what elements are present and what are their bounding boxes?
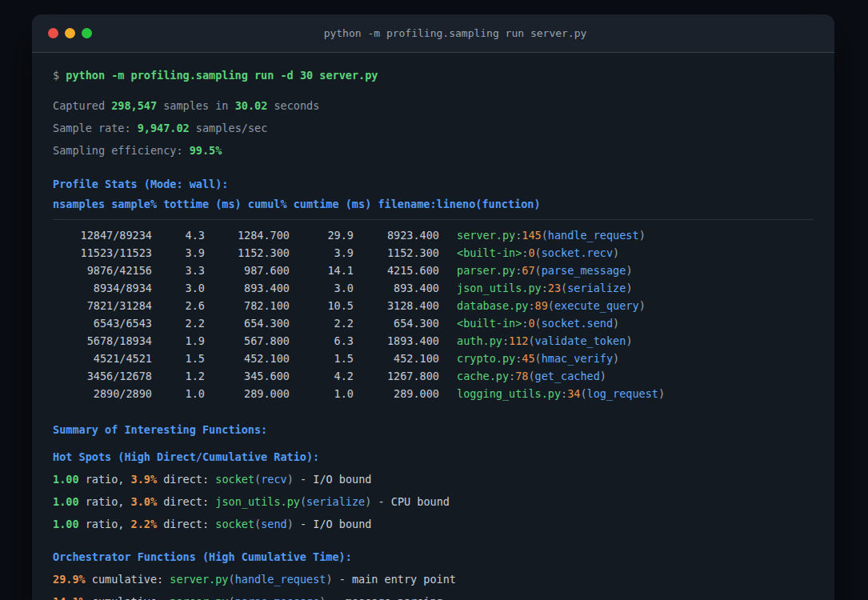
- hot-spot-line: 1.00 ratio, 3.9% direct: socket(recv) - …: [53, 468, 814, 490]
- cumul-pct-cell: 6.3: [290, 332, 354, 350]
- tottime-cell: 654.300: [205, 314, 290, 332]
- ratio-value: 1.00: [53, 473, 79, 486]
- sample-rate-line: Sample rate: 9,947.02 samples/sec: [53, 117, 814, 139]
- function-reference: database.py:89(execute_query): [457, 299, 646, 312]
- close-paren: ): [319, 595, 326, 600]
- close-paren: ): [365, 495, 371, 508]
- function-reference: json_utils.py:23(serialize): [457, 282, 633, 294]
- summary-heading: Summary of Interesting Functions:: [53, 418, 814, 441]
- close-paren: ): [613, 352, 619, 365]
- hot-spot-line: 1.00 ratio, 3.0% direct: json_utils.py(s…: [53, 490, 814, 513]
- open-paren: (: [528, 370, 534, 382]
- orchestrators-list: 29.9% cumulative: server.py(handle_reque…: [53, 568, 814, 600]
- open-paren: (: [542, 229, 548, 242]
- function-name: recv: [261, 473, 287, 486]
- direct-label: direct:: [163, 495, 209, 508]
- cumtime-cell: 452.100: [354, 350, 439, 367]
- function-name: handle_request: [548, 229, 639, 242]
- orchestrator-line: 29.9% cumulative: server.py(handle_reque…: [53, 568, 814, 590]
- function-name: get_cached: [535, 370, 600, 382]
- open-paren: (: [535, 264, 542, 277]
- open-paren: (: [535, 246, 542, 259]
- ratio-label: ratio,: [86, 495, 125, 508]
- line-number: 89: [535, 299, 548, 312]
- tottime-cell: 345.600: [205, 367, 290, 385]
- open-paren: (: [535, 317, 542, 330]
- stats-table-row: 12847/892344.31284.70029.98923.400server…: [53, 226, 814, 244]
- cumulative-pct-value: 29.9%: [53, 573, 86, 586]
- tottime-cell: 1152.300: [205, 244, 290, 262]
- function-reference: <built-in>:0(socket.recv): [457, 246, 619, 259]
- open-paren: (: [254, 518, 261, 530]
- ratio-label: ratio,: [86, 518, 125, 530]
- function-name: parse_message: [235, 595, 320, 600]
- cumtime-cell: 4215.600: [354, 262, 439, 279]
- terminal-output: $ python -m profiling.sampling run -d 30…: [32, 53, 834, 600]
- shell-prompt: $: [53, 69, 59, 82]
- function-name: log_request: [587, 387, 658, 400]
- target-name: parser.py: [170, 595, 228, 600]
- sample-pct-cell: 1.5: [152, 350, 205, 367]
- desktop-background: python -m profiling.sampling run server.…: [0, 0, 868, 600]
- function-reference: parser.py:67(parse_message): [457, 264, 633, 277]
- close-paren: ): [287, 473, 294, 486]
- cumul-pct-cell: 3.0: [290, 279, 354, 297]
- sample-pct-cell: 3.0: [152, 279, 205, 297]
- close-paren: ): [626, 334, 632, 347]
- colon-separator: :: [542, 282, 548, 294]
- sample-pct-cell: 1.9: [152, 332, 205, 350]
- stats-table-row: 5678/189341.9567.8006.31893.400auth.py:1…: [53, 332, 814, 350]
- target-name: socket: [215, 473, 254, 486]
- colon-separator: :: [502, 334, 509, 347]
- tottime-cell: 987.600: [205, 262, 290, 279]
- stats-table-row: 3456/126781.2345.6004.21267.800cache.py:…: [53, 367, 814, 385]
- maximize-window-button[interactable]: [82, 28, 92, 38]
- open-paren: (: [300, 495, 306, 508]
- filename: auth.py: [457, 334, 502, 347]
- cumtime-cell: 8923.400: [354, 226, 439, 244]
- close-paren: ): [658, 387, 665, 400]
- stats-table-row: 6543/65432.2654.3002.2654.300<built-in>:…: [53, 314, 814, 332]
- filename: <built-in>: [457, 246, 522, 259]
- function-reference: cache.py:78(get_cached): [457, 370, 606, 382]
- line-number: 145: [522, 229, 541, 242]
- cumul-pct-cell: 14.1: [290, 262, 354, 279]
- stats-table-row: 2890/28901.0289.0001.0289.000logging_uti…: [53, 385, 814, 402]
- function-reference: auth.py:112(validate_token): [457, 334, 633, 347]
- orchestrator-line: 14.1% cumulative: parser.py(parse_messag…: [53, 590, 814, 600]
- cumulative-label: cumulative:: [92, 595, 163, 600]
- shell-command: python -m profiling.sampling run -d 30 s…: [66, 69, 378, 82]
- stats-table: 12847/892344.31284.70029.98923.400server…: [53, 226, 814, 402]
- stats-table-row: 4521/45211.5452.1001.5452.100crypto.py:4…: [53, 350, 814, 367]
- stats-columns-header: nsamples sample% tottime (ms) cumul% cum…: [53, 195, 814, 213]
- function-name: socket.recv: [542, 246, 613, 259]
- minimize-window-button[interactable]: [65, 28, 75, 38]
- filename: server.py: [457, 229, 515, 242]
- line-number: 0: [528, 317, 534, 330]
- function-reference: <built-in>:0(socket.send): [457, 317, 619, 330]
- ratio-value: 1.00: [53, 518, 79, 530]
- cumul-pct-cell: 29.9: [290, 226, 354, 244]
- cumul-pct-cell: 3.9: [290, 244, 354, 262]
- filename: database.py: [457, 299, 528, 312]
- stats-table-row: 11523/115233.91152.3003.91152.300<built-…: [53, 244, 814, 262]
- line-number: 45: [522, 352, 534, 365]
- tottime-cell: 452.100: [205, 350, 290, 367]
- seconds-label: seconds: [274, 99, 319, 112]
- function-name: validate_token: [535, 334, 626, 347]
- bound-note: - I/O bound: [300, 518, 371, 530]
- function-name: parse_message: [542, 264, 626, 277]
- close-window-button[interactable]: [48, 28, 58, 38]
- samples-in-label: samples in: [163, 99, 228, 112]
- filename: json_utils.py: [457, 282, 542, 294]
- sample-pct-cell: 1.0: [152, 385, 205, 402]
- cumtime-cell: 893.400: [354, 279, 439, 297]
- function-name: execute_query: [554, 299, 639, 312]
- sample-pct-cell: 1.2: [152, 367, 205, 385]
- sample-pct-cell: 4.3: [152, 226, 205, 244]
- open-paren: (: [228, 573, 234, 586]
- efficiency-label: Sampling efficiency:: [53, 144, 183, 157]
- open-paren: (: [548, 299, 554, 312]
- function-name: hmac_verify: [542, 352, 613, 365]
- cumul-pct-cell: 1.0: [290, 385, 354, 402]
